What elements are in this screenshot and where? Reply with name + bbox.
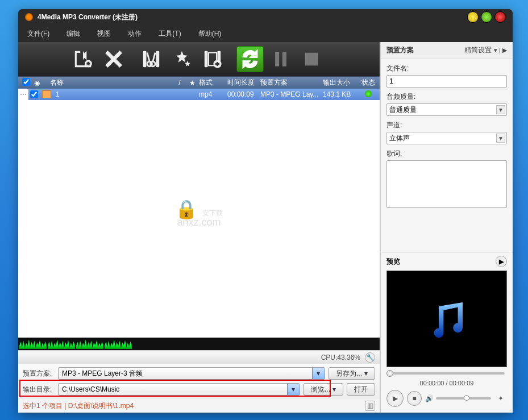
channel-label: 声道:	[386, 120, 507, 130]
maximize-button[interactable]	[481, 11, 492, 23]
watermark: 🔒 安下载 anxz.com	[175, 198, 223, 228]
add-file-button[interactable]	[69, 46, 97, 72]
volume-icon: 🔊	[425, 394, 434, 402]
column-format[interactable]: 格式	[199, 78, 227, 88]
column-preset[interactable]: 预置方案	[260, 78, 323, 88]
preview-slider[interactable]	[386, 369, 507, 377]
waveform	[18, 338, 380, 350]
select-all-checkbox[interactable]	[22, 78, 30, 86]
pause-button[interactable]	[267, 46, 294, 72]
preset-panel-title: 预置方案	[386, 45, 414, 55]
chevron-down-icon: ▼	[496, 134, 505, 143]
outdir-value: C:\Users\CS\Music	[62, 385, 119, 393]
lyric-textarea[interactable]	[386, 160, 507, 208]
column-status[interactable]: 状态	[357, 78, 380, 88]
chevron-down-icon: ▾	[287, 384, 300, 395]
outdir-combo[interactable]: C:\Users\CS\Music ▾	[58, 383, 300, 396]
open-button[interactable]: 打开	[347, 383, 375, 396]
play-button[interactable]: ▶	[386, 390, 404, 407]
volume-slider[interactable]: 🔊	[425, 394, 491, 402]
preset-panel-header: 预置方案 精简设置 ▾ | ▶	[381, 42, 513, 59]
svg-rect-5	[205, 51, 208, 67]
menu-bar: 文件(F) 编辑 视图 动作 工具(T) 帮助(H)	[18, 25, 513, 42]
menu-file[interactable]: 文件(F)	[27, 29, 49, 39]
snapshot-button[interactable]: ✦	[494, 392, 507, 405]
cpu-bar: CPU:43.36% 🔧	[18, 350, 380, 364]
svg-rect-9	[275, 52, 279, 66]
lyric-label: 歌词:	[386, 149, 507, 159]
preview-title: 预览	[386, 257, 400, 267]
stop-button[interactable]	[298, 46, 325, 72]
menu-edit[interactable]: 编辑	[66, 29, 80, 39]
row-size: 143.1 KB	[323, 90, 357, 98]
toolbar	[18, 42, 380, 76]
status-text: 选中1 个项目 | D:\桌面\说明书\1.mp4	[23, 401, 134, 411]
row-duration: 00:00:09	[227, 90, 260, 98]
status-bar: 选中1 个项目 | D:\桌面\说明书\1.mp4 ▥	[18, 399, 380, 413]
menu-tools[interactable]: 工具(T)	[159, 29, 181, 39]
minimize-button[interactable]	[467, 11, 479, 23]
row-name: 1	[53, 90, 174, 98]
save-as-button[interactable]: 另存为...▾	[329, 367, 375, 380]
column-duration[interactable]: 时间长度	[227, 78, 260, 88]
column-slash[interactable]: /	[174, 79, 185, 87]
preview-controls: ▶ ■ 🔊 ✦	[381, 389, 513, 413]
channel-select[interactable]: 立体声▼	[386, 132, 507, 144]
effects-button[interactable]	[168, 46, 196, 72]
cut-button[interactable]	[138, 46, 165, 72]
app-icon	[25, 13, 33, 21]
svg-point-4	[151, 61, 156, 66]
tree-line: ⋯	[18, 89, 28, 100]
cpu-settings-button[interactable]: 🔧	[365, 352, 375, 363]
simple-settings-button[interactable]: 精简设置 ▾ | ▶	[464, 45, 507, 55]
list-header: ◉ 名称 / ★ 格式 时间长度 预置方案 输出大小 状态	[18, 76, 380, 89]
row-checkbox[interactable]	[30, 90, 38, 98]
convert-button[interactable]	[236, 46, 264, 72]
filename-label: 文件名:	[386, 64, 507, 73]
column-name[interactable]: 名称	[48, 78, 174, 88]
svg-rect-10	[282, 52, 286, 66]
menu-help[interactable]: 帮助(H)	[198, 29, 222, 39]
close-button[interactable]	[494, 11, 506, 23]
preset-label: 预置方案:	[23, 369, 55, 379]
file-list: ⋯ 1 mp4 00:00:09 MP3 - MPEG Lay... 143.1…	[18, 89, 380, 338]
row-format: mp4	[199, 90, 227, 98]
svg-rect-1	[143, 51, 147, 67]
quality-label: 音频质量:	[386, 92, 507, 102]
column-indicator[interactable]: ◉	[34, 79, 48, 87]
title-bar: 4Media MP3 Converter (未注册)	[18, 9, 513, 25]
preset-combo[interactable]: MP3 - MPEG Layer-3 音频 ▾	[58, 367, 325, 380]
menu-action[interactable]: 动作	[128, 29, 142, 39]
chevron-down-icon: ▾	[312, 368, 325, 379]
add-clip-button[interactable]	[199, 46, 226, 72]
row-status	[357, 90, 380, 99]
column-size[interactable]: 输出大小	[323, 78, 357, 88]
delete-button[interactable]	[100, 46, 127, 72]
chevron-down-icon: ▼	[496, 105, 505, 114]
filename-input[interactable]	[386, 75, 507, 88]
status-toggle-button[interactable]: ▥	[365, 401, 375, 411]
music-note-icon	[427, 298, 467, 340]
preview-video	[386, 271, 507, 367]
preview-header: 预览 ▶	[381, 252, 513, 271]
stop-preview-button[interactable]: ■	[407, 391, 422, 406]
column-star[interactable]: ★	[185, 79, 199, 87]
window-title: 4Media MP3 Converter (未注册)	[38, 13, 465, 22]
list-item[interactable]: ⋯ 1 mp4 00:00:09 MP3 - MPEG Lay... 143.1…	[18, 89, 380, 100]
outdir-label: 输出目录:	[23, 385, 55, 394]
browse-button[interactable]: 浏览...▾	[304, 383, 343, 396]
row-preset: MP3 - MPEG Lay...	[260, 90, 323, 98]
svg-rect-2	[156, 51, 160, 67]
quality-select[interactable]: 普通质量▼	[386, 103, 507, 116]
menu-view[interactable]: 视图	[97, 29, 111, 39]
svg-rect-11	[305, 53, 318, 66]
preview-expand-button[interactable]: ▶	[496, 256, 507, 267]
cpu-label: CPU:43.36%	[321, 354, 360, 361]
film-icon	[42, 90, 51, 98]
preset-value: MP3 - MPEG Layer-3 音频	[62, 369, 143, 379]
preview-time: 00:00:00 / 00:00:09	[381, 380, 513, 386]
bottom-form: 预置方案: MP3 - MPEG Layer-3 音频 ▾ 另存为...▾ 输出…	[18, 364, 380, 399]
